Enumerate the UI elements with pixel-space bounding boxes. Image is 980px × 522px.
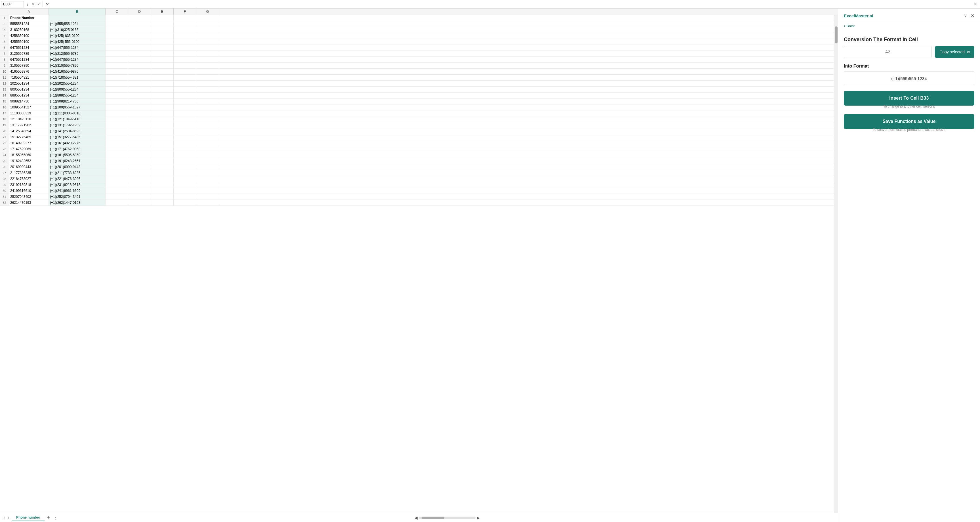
cell-g-31[interactable] [196,194,219,199]
cell-d-18[interactable] [128,116,151,122]
cell-g-23[interactable] [196,146,219,152]
cell-c-8[interactable] [105,57,128,62]
table-row[interactable]: 32 26214470193 (+1)(262)1447-0193 [0,200,834,206]
cell-g-4[interactable] [196,33,219,38]
table-row[interactable]: 21 15132775485 (+1)(151)3277-5485 [0,134,834,140]
cell-d-16[interactable] [128,105,151,110]
cell-b-13[interactable]: (+1)(800)555-1234 [49,87,105,92]
cell-d-25[interactable] [128,158,151,164]
cell-e-10[interactable] [151,69,173,74]
cell-b-4[interactable]: (+1)(425) 835-0100 [49,33,105,38]
cell-b-15[interactable]: (+1)(908)821-4736 [49,99,105,104]
cell-e-15[interactable] [151,99,173,104]
cell-b-12[interactable]: (+1)(202)555-1234 [49,81,105,86]
cell-g-15[interactable] [196,99,219,104]
cell-a-26[interactable]: 20169909443 [9,164,49,170]
cell-e-19[interactable] [151,123,173,128]
cell-d-32[interactable] [128,200,151,205]
cell-d-7[interactable] [128,51,151,56]
cell-d-27[interactable] [128,170,151,176]
cell-a-25[interactable]: 19162482652 [9,158,49,164]
cell-b-30[interactable]: (+1)(241)9961-6609 [49,188,105,194]
cell-e-17[interactable] [151,110,173,116]
save-functions-btn[interactable]: Save Functions as Value [844,114,974,129]
cell-a-21[interactable]: 15132775485 [9,134,49,140]
cell-c-29[interactable] [105,182,128,188]
cell-b-10[interactable]: (+1)(416)555-9876 [49,69,105,74]
cell-e-27[interactable] [151,170,173,176]
table-row[interactable]: 23 17147629069 (+1)(171)4762-9068 [0,146,834,152]
h-scroll-right-arrow[interactable]: ▶ [477,516,480,520]
tab-prev-btn[interactable]: ‹ [2,516,6,520]
cell-a-13[interactable]: 8005551234 [9,87,49,92]
cell-a-20[interactable]: 14125348694 [9,128,49,134]
table-row[interactable]: 13 8005551234 (+1)(800)555-1234 [0,87,834,92]
cell-b-25[interactable]: (+1)(191)6248-2651 [49,158,105,164]
cell-e-30[interactable] [151,188,173,194]
cell-f-9[interactable] [173,63,196,68]
cell-g-5[interactable] [196,39,219,45]
cell-g-11[interactable] [196,75,219,80]
cell-b-16[interactable]: (+1)(100)956-41527 [49,105,105,110]
cell-g-24[interactable] [196,152,219,158]
cell-f-18[interactable] [173,116,196,122]
cell-d-29[interactable] [128,182,151,188]
cell-c-20[interactable] [105,128,128,134]
cell-f-27[interactable] [173,170,196,176]
cell-e-31[interactable] [151,194,173,199]
cell-g-2[interactable] [196,21,219,27]
cell-c-28[interactable] [105,176,128,181]
cell-g-25[interactable] [196,158,219,164]
cell-b-21[interactable]: (+1)(151)3277-5485 [49,134,105,140]
cell-f-7[interactable] [173,51,196,56]
cell-e-3[interactable] [151,27,173,33]
cell-c-4[interactable] [105,33,128,38]
formula-input[interactable] [51,2,970,6]
cell-a-27[interactable]: 21177336235 [9,170,49,176]
cell-selector-input[interactable]: A2 [844,46,931,58]
cell-b-27[interactable]: (+1)(211)7733-6235 [49,170,105,176]
cell-d-31[interactable] [128,194,151,199]
cell-a-9[interactable]: 3105557890 [9,63,49,68]
table-row[interactable]: 27 21177336235 (+1)(211)7733-6235 [0,170,834,176]
col-header-a[interactable]: A [9,8,49,15]
table-row[interactable]: 31 25207043402 (+1)(252)0704-3401 [0,194,834,200]
cell-f-3[interactable] [173,27,196,33]
cell-ref-dropdown-icon[interactable]: ▾ [10,3,12,6]
grid-scroll[interactable]: 1 Phone Number 2 5555551234 (+1)(555)555… [0,15,834,513]
cell-c-25[interactable] [105,158,128,164]
cell-b-22[interactable]: (+1)(161)4020-2276 [49,140,105,146]
table-row[interactable]: 11 7185554321 (+1)(718)555-4321 [0,75,834,81]
cell-f-15[interactable] [173,99,196,104]
cell-f-12[interactable] [173,81,196,86]
cell-c-3[interactable] [105,27,128,33]
table-row[interactable]: 28 22184763027 (+1)(221)8476-3026 [0,176,834,182]
cell-c-18[interactable] [105,116,128,122]
cell-g-14[interactable] [196,92,219,98]
cell-e-25[interactable] [151,158,173,164]
cell-g-10[interactable] [196,69,219,74]
insert-to-cell-btn[interactable]: Insert To Cell B33 [844,91,974,106]
table-row[interactable]: 22 16140202277 (+1)(161)4020-2276 [0,140,834,146]
cell-b-5[interactable]: (+1)(425) 555-0100 [49,39,105,45]
table-row[interactable]: 8 6475551234 (+1)(647)555-1234 [0,57,834,63]
cell-f-4[interactable] [173,33,196,38]
cell-a-18[interactable]: 12110495110 [9,116,49,122]
cell-a-15[interactable]: 9088214736 [9,99,49,104]
table-row[interactable]: 19 13117921902 (+1)(131)1792-1902 [0,123,834,128]
cell-e-5[interactable] [151,39,173,45]
cell-d-4[interactable] [128,33,151,38]
h-scroll-left-arrow[interactable]: ◀ [415,516,418,520]
cell-g-6[interactable] [196,45,219,51]
cell-d-21[interactable] [128,134,151,140]
cell-e-28[interactable] [151,176,173,181]
cell-a-4[interactable]: 4258350100 [9,33,49,38]
cell-f-13[interactable] [173,87,196,92]
table-row[interactable]: 5 4255550100 (+1)(425) 555-0100 [0,39,834,45]
cell-g-18[interactable] [196,116,219,122]
col-header-e[interactable]: E [151,8,173,15]
cell-f-21[interactable] [173,134,196,140]
cell-e-21[interactable] [151,134,173,140]
formula-bar-more-icon[interactable]: ⋮ [25,2,30,6]
cell-d-22[interactable] [128,140,151,146]
